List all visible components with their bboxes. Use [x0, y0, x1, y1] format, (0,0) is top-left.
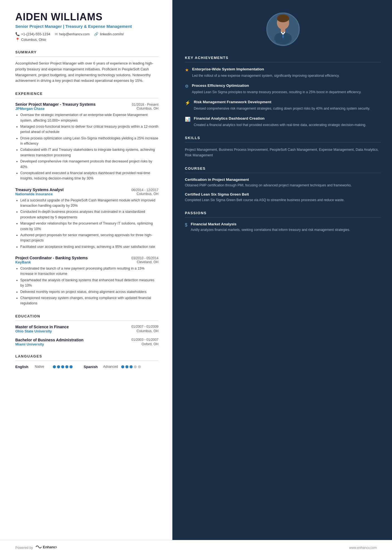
- job-2-header: Treasury Systems Analyst 06/2014 - 12/20…: [15, 188, 158, 192]
- job-1-header: Senior Project Manager - Treasury System…: [15, 102, 158, 107]
- courses-section: COURSES Certification in Project Managem…: [185, 166, 381, 203]
- education-divider: [15, 320, 158, 321]
- right-column: KEY ACHIEVEMENTS ★ Enterprise-Wide Syste…: [172, 0, 392, 540]
- achievement-1-content: Enterprise-Wide System Implementation Le…: [192, 67, 340, 78]
- chart-icon: 📊: [185, 117, 190, 127]
- job-1-bullets: Oversaw the strategic implementation of …: [15, 112, 158, 181]
- achievements-divider: [185, 62, 381, 62]
- job-2-title: Treasury Systems Analyst: [15, 188, 64, 192]
- contact-row: 📞 +1-(234)-555-1234 ✉ help@enhancv.com 🔗…: [15, 32, 158, 36]
- job-2-sub: Nationwide Insurance Columbus, OH: [15, 192, 158, 196]
- edu-1: Master of Science in Finance 01/2007 - 0…: [15, 325, 158, 333]
- passions-section: PASSIONS $ Financial Market Analysis Avi…: [185, 211, 381, 232]
- dot: [53, 365, 56, 368]
- job-3-company: KeyBank: [15, 260, 31, 264]
- job-1: Senior Project Manager - Treasury System…: [15, 102, 158, 181]
- job-2-bullets: Led a successful upgrade of the PeopleSo…: [15, 198, 158, 250]
- edu-2-header: Bachelor of Business Administration 01/2…: [15, 338, 158, 342]
- course-2: Certified Lean Six Sigma Green Belt Comp…: [185, 192, 381, 203]
- achievements-section: KEY ACHIEVEMENTS ★ Enterprise-Wide Syste…: [185, 56, 381, 127]
- bullet: Managed cross-functional teams to delive…: [20, 124, 158, 135]
- bullet: Developed comprehensive risk management …: [20, 159, 158, 170]
- email-value: help@enhancv.com: [59, 32, 90, 36]
- email-item: ✉ help@enhancv.com: [55, 32, 90, 36]
- bullet: Conceptualized and executed a financial …: [20, 171, 158, 181]
- powered-by-text: Powered by: [15, 546, 33, 550]
- achievement-3-desc: Devised comprehensive risk management st…: [194, 106, 370, 111]
- summary-text: Accomplished Senior Project Manager with…: [15, 61, 158, 84]
- experience-section: EXPERIENCE Senior Project Manager - Trea…: [15, 92, 158, 306]
- courses-title: COURSES: [185, 166, 381, 171]
- passions-title: PASSIONS: [185, 211, 381, 215]
- location-value: Columbus, Ohio: [21, 38, 46, 42]
- experience-divider: [15, 98, 158, 98]
- achievement-2-title: Process Efficiency Optimization: [192, 83, 361, 88]
- bullet: Oversaw the strategic implementation of …: [20, 112, 158, 123]
- achievement-4: 📊 Financial Analytics Dashboard Creation…: [185, 116, 381, 127]
- achievement-4-content: Financial Analytics Dashboard Creation C…: [194, 116, 366, 127]
- dot: [61, 365, 64, 368]
- bolt-icon: ⚡: [185, 100, 190, 111]
- course-2-title: Certified Lean Six Sigma Green Belt: [185, 192, 381, 196]
- skills-title: SKILLS: [185, 136, 381, 140]
- job-3: Project Coordinator - Banking Systems 03…: [15, 256, 158, 306]
- bullet: Conducted in-depth business process anal…: [20, 209, 158, 220]
- edu-1-header: Master of Science in Finance 01/2007 - 0…: [15, 325, 158, 329]
- edu-2-degree: Bachelor of Business Administration: [15, 338, 83, 342]
- edu-1-sub: Ohio State University Columbus, OH: [15, 329, 158, 333]
- job-2-location: Columbus, OH: [137, 192, 158, 196]
- dollar-icon: $: [185, 223, 187, 232]
- gear-icon: ⚙: [185, 84, 188, 95]
- bullet: Spearheaded the analysis of banking syst…: [20, 278, 158, 288]
- education-section: EDUCATION Master of Science in Finance 0…: [15, 314, 158, 346]
- lang-spanish-name: Spanish: [84, 365, 100, 369]
- svg-point-1: [277, 14, 289, 22]
- lang-english-name: English: [15, 365, 32, 369]
- svg-rect-2: [281, 29, 285, 32]
- job-1-dates: 01/2018 - Present: [132, 103, 158, 107]
- bullet: Championed necessary system changes, ens…: [20, 295, 158, 306]
- job-1-sub: JPMorgan Chase Columbus, OH: [15, 107, 158, 111]
- bullet: Delivered monthly reports on project sta…: [20, 289, 158, 295]
- location-row: 📍 Columbus, Ohio: [15, 38, 158, 42]
- achievement-4-title: Financial Analytics Dashboard Creation: [194, 116, 366, 121]
- skills-section: SKILLS Project Management, Business Proc…: [185, 136, 381, 158]
- edu-2: Bachelor of Business Administration 01/2…: [15, 338, 158, 346]
- job-1-location: Columbus, OH: [137, 107, 158, 111]
- course-1-desc: Obtained PMP certification through PMI, …: [185, 183, 381, 188]
- achievement-1-title: Enterprise-Wide System Implementation: [192, 67, 340, 72]
- candidate-name: AIDEN WILLIAMS: [15, 11, 158, 23]
- lang-english-dots: [53, 365, 73, 368]
- job-1-company: JPMorgan Chase: [15, 107, 44, 111]
- achievement-3-content: Risk Management Framework Development De…: [194, 100, 370, 111]
- dot: [134, 365, 137, 368]
- phone-value: +1-(234)-555-1234: [21, 32, 50, 36]
- languages-divider: [15, 361, 158, 361]
- achievement-4-desc: Created a financial analytics tool that …: [194, 122, 366, 127]
- person-silhouette: [269, 14, 297, 45]
- achievement-3-title: Risk Management Framework Development: [194, 100, 370, 105]
- dot: [65, 365, 68, 368]
- edu-1-dates: 01/2007 - 01/2009: [132, 325, 158, 329]
- left-column: AIDEN WILLIAMS Senior Project Manager | …: [0, 0, 172, 540]
- footer-brand: Powered by Enhancv: [15, 544, 57, 551]
- languages-title: LANGUAGES: [15, 354, 158, 358]
- lang-spanish-dots: [121, 365, 141, 368]
- summary-section: SUMMARY Accomplished Senior Project Mana…: [15, 50, 158, 84]
- bullet: Led a successful upgrade of the PeopleSo…: [20, 198, 158, 209]
- footer-website: www.enhancv.com: [349, 546, 377, 550]
- photo-area: [185, 13, 381, 46]
- dot: [70, 365, 73, 368]
- languages-section: LANGUAGES English Native: [15, 354, 158, 369]
- job-3-title: Project Coordinator - Banking Systems: [15, 256, 88, 260]
- passion-1: $ Financial Market Analysis Avidly analy…: [185, 222, 381, 232]
- experience-title: EXPERIENCE: [15, 92, 158, 96]
- achievement-2: ⚙ Process Efficiency Optimization Applie…: [185, 83, 381, 95]
- linkedin-value: linkedin.com/in/: [100, 32, 124, 36]
- job-1-title: Senior Project Manager - Treasury System…: [15, 102, 96, 107]
- bullet: Collaborated with IT and Treasury stakeh…: [20, 147, 158, 158]
- bullet: Authored project proposals for senior ma…: [20, 233, 158, 243]
- passion-1-content: Financial Market Analysis Avidly analyze…: [191, 222, 350, 232]
- skills-text: Project Management, Business Process Imp…: [185, 147, 381, 158]
- summary-title: SUMMARY: [15, 50, 158, 54]
